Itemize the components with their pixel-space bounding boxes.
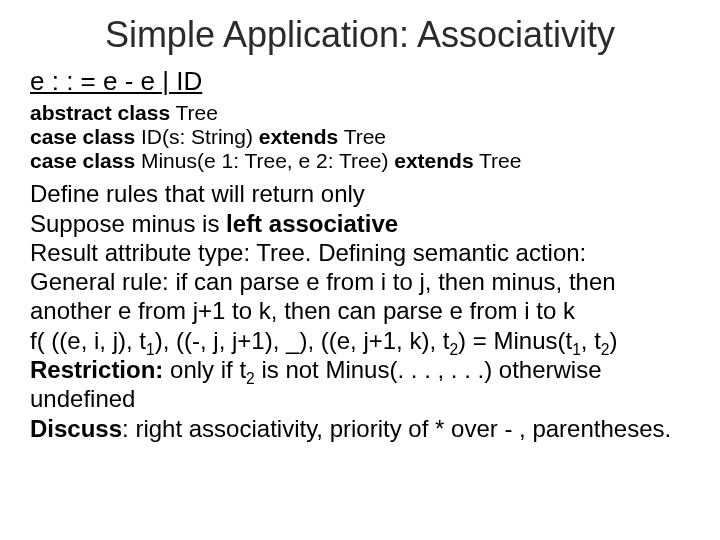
text: only if t bbox=[163, 356, 246, 383]
code-line-1: abstract class Tree bbox=[30, 101, 690, 125]
keyword: extends bbox=[259, 125, 338, 148]
para-function: f( ((e, i, j), t1), ((-, j, j+1), _), ((… bbox=[30, 326, 690, 355]
bold-text: Restriction: bbox=[30, 356, 163, 383]
para-define: Define rules that will return only bbox=[30, 179, 690, 208]
text: , bbox=[307, 327, 320, 354]
keyword: extends bbox=[394, 149, 473, 172]
body-text: Define rules that will return only Suppo… bbox=[30, 179, 690, 442]
code-text: Tree bbox=[474, 149, 522, 172]
para-restriction: Restriction: only if t2 is not Minus(. .… bbox=[30, 355, 690, 414]
slide-title: Simple Application: Associativity bbox=[30, 14, 690, 56]
code-block: abstract class Tree case class ID(s: Str… bbox=[30, 101, 690, 173]
grammar-rule: e : : = e - e | ID bbox=[30, 66, 690, 97]
subscript: 2 bbox=[246, 370, 255, 387]
keyword: abstract class bbox=[30, 101, 170, 124]
keyword: case class bbox=[30, 149, 135, 172]
code-line-3: case class Minus(e 1: Tree, e 2: Tree) e… bbox=[30, 149, 690, 173]
code-text: Tree bbox=[170, 101, 218, 124]
text: ) bbox=[155, 327, 163, 354]
code-text: Tree bbox=[338, 125, 386, 148]
text: , t bbox=[581, 327, 601, 354]
text: ) bbox=[610, 327, 618, 354]
text: Suppose minus is bbox=[30, 210, 226, 237]
para-result: Result attribute type: Tree. Defining se… bbox=[30, 238, 690, 267]
text: f( bbox=[30, 327, 51, 354]
para-suppose: Suppose minus is left associative bbox=[30, 209, 690, 238]
text: ((e, j+1, k), t bbox=[321, 327, 450, 354]
para-general: General rule: if can parse e from i to j… bbox=[30, 267, 690, 326]
text: ((-, j, j+1), _) bbox=[176, 327, 307, 354]
para-discuss: Discuss: right associativity, priority o… bbox=[30, 414, 690, 443]
keyword: case class bbox=[30, 125, 135, 148]
text: : right associativity, priority of * ove… bbox=[122, 415, 671, 442]
text: ) bbox=[458, 327, 466, 354]
text: , bbox=[163, 327, 176, 354]
text: = Minus(t bbox=[466, 327, 572, 354]
code-line-2: case class ID(s: String) extends Tree bbox=[30, 125, 690, 149]
code-text: ID(s: String) bbox=[135, 125, 259, 148]
text: ((e, i, j), t bbox=[51, 327, 146, 354]
bold-text: left associative bbox=[226, 210, 398, 237]
subscript: 2 bbox=[601, 341, 610, 358]
code-text: Minus(e 1: Tree, e 2: Tree) bbox=[135, 149, 394, 172]
bold-text: Discuss bbox=[30, 415, 122, 442]
slide: Simple Application: Associativity e : : … bbox=[0, 0, 720, 540]
